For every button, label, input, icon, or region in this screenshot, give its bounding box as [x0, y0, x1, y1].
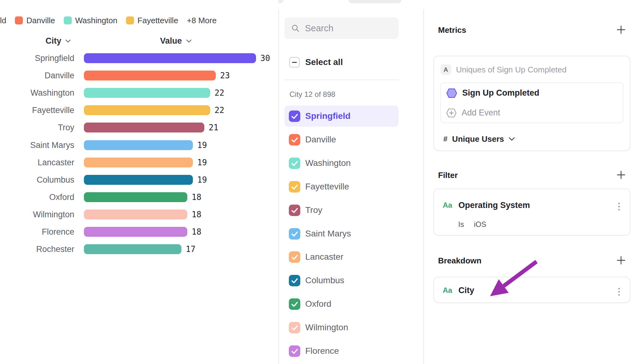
- bar-category-label: Oxford: [0, 193, 74, 202]
- checkbox-checked[interactable]: [289, 134, 300, 145]
- city-list-item[interactable]: Springfield: [285, 106, 398, 127]
- bar-value-label: 19: [197, 141, 207, 150]
- event-name-label: Sign Up Completed: [462, 88, 539, 98]
- bar-value-label: 21: [209, 123, 218, 132]
- breakdown-card: Aa City: [433, 277, 630, 303]
- city-list-item[interactable]: Saint Marys: [285, 223, 398, 244]
- checkbox-checked[interactable]: [289, 345, 300, 357]
- bar-category-label: Rochester: [0, 245, 74, 254]
- breakdown-property-label: City: [459, 286, 474, 295]
- metric-summary-label: Uniques of Sign Up Completed: [456, 65, 567, 75]
- bar-value-label: 18: [192, 227, 201, 236]
- city-label: Saint Marys: [305, 229, 351, 239]
- metrics-section-title: Metrics: [438, 25, 466, 35]
- checkbox-checked[interactable]: [289, 110, 300, 122]
- city-list-item[interactable]: Fayetteville: [285, 176, 398, 197]
- property-type-badge: Aa: [443, 286, 452, 295]
- city-list-item[interactable]: Florence: [285, 340, 398, 362]
- bar-value-label: 30: [260, 54, 270, 63]
- checkbox-checked[interactable]: [289, 298, 300, 310]
- bar-value-label: 22: [215, 88, 224, 98]
- checkmark-icon: [289, 251, 300, 263]
- bar-category-label: Danville: [0, 71, 74, 80]
- add-breakdown-button[interactable]: [615, 254, 628, 267]
- add-filter-button[interactable]: [615, 168, 628, 181]
- property-type-badge: Aa: [443, 201, 452, 210]
- chart-row: Washington22: [0, 88, 278, 98]
- city-list-item[interactable]: Oxford: [285, 293, 398, 314]
- checkbox-checked[interactable]: [289, 322, 300, 333]
- breakdown-section-title: Breakdown: [438, 256, 481, 266]
- bar: [84, 175, 193, 185]
- chart-row: Florence18: [0, 227, 278, 237]
- filter-card: Aa Operating System Is iOS: [433, 188, 630, 236]
- city-list-item[interactable]: Lancaster: [285, 246, 398, 267]
- city-list-item[interactable]: Danville: [285, 129, 398, 150]
- checkbox-checked[interactable]: [289, 251, 300, 263]
- city-list-item[interactable]: Wilmington: [285, 317, 398, 338]
- add-event-row[interactable]: Add Event: [446, 103, 619, 123]
- city-list-item[interactable]: Washington: [285, 153, 398, 174]
- plus-icon: [616, 255, 626, 265]
- checkbox-checked[interactable]: [289, 275, 300, 286]
- checkmark-icon: [289, 322, 300, 333]
- city-label: Danville: [305, 135, 336, 145]
- bar: [84, 227, 187, 237]
- bar-category-label: Washington: [0, 88, 74, 98]
- bar: [84, 53, 256, 63]
- filter-section-title: Filter: [438, 171, 458, 180]
- checkmark-icon: [289, 181, 300, 193]
- bar: [84, 192, 187, 202]
- measure-dropdown[interactable]: # Unique Users: [443, 133, 515, 145]
- bar: [84, 210, 187, 219]
- filter-condition-row[interactable]: Is iOS: [458, 219, 486, 229]
- bar: [84, 244, 181, 254]
- filter-property-row[interactable]: Aa Operating System: [443, 198, 530, 212]
- checkmark-icon: [289, 228, 300, 240]
- checkmark-icon: [289, 275, 300, 286]
- bar: [84, 71, 216, 80]
- bar-value-label: 23: [220, 71, 230, 80]
- checkbox-checked[interactable]: [289, 181, 300, 193]
- bar-value-label: 19: [197, 158, 207, 167]
- city-label: Troy: [305, 205, 322, 215]
- city-list-item[interactable]: Troy: [285, 200, 398, 221]
- chart-row: Danville23: [0, 71, 278, 80]
- chart-row: Lancaster19: [0, 158, 278, 167]
- city-list-item[interactable]: Columbus: [285, 270, 398, 291]
- bar-value-label: 18: [192, 193, 201, 202]
- metric-letter-badge: A: [441, 64, 451, 75]
- bar: [84, 158, 193, 167]
- city-label: Columbus: [305, 275, 344, 285]
- filter-operator-label: Is: [458, 220, 464, 229]
- metric-card: A Uniques of Sign Up Completed Sign Up C…: [433, 56, 630, 151]
- bar-category-label: Lancaster: [0, 158, 74, 167]
- kebab-icon[interactable]: [616, 201, 622, 212]
- city-label: Fayetteville: [305, 182, 349, 192]
- event-row[interactable]: Sign Up Completed: [446, 83, 619, 103]
- bar: [84, 105, 210, 115]
- checkmark-icon: [289, 298, 300, 310]
- city-list-panel: Select all City 12 of 898 SpringfieldDan…: [278, 9, 424, 364]
- chevron-down-icon: [509, 137, 515, 141]
- checkbox-checked[interactable]: [289, 228, 300, 240]
- bar: [84, 140, 193, 150]
- bar-value-label: 18: [192, 210, 201, 219]
- top-tab-fragment: [349, 0, 401, 3]
- city-label: Oxford: [305, 299, 331, 309]
- hexagon-icon: [446, 88, 458, 98]
- checkmark-icon: [289, 110, 300, 122]
- event-block: Sign Up Completed Add Event: [440, 82, 624, 123]
- checkbox-checked[interactable]: [289, 205, 300, 216]
- add-metric-button[interactable]: [615, 23, 628, 36]
- city-label: Wilmington: [305, 323, 348, 332]
- bar-value-label: 22: [215, 106, 224, 115]
- hash-icon: #: [443, 135, 447, 143]
- breakdown-property-row[interactable]: Aa City: [443, 284, 474, 297]
- add-event-label: Add Event: [462, 108, 500, 118]
- chart-row: Rochester17: [0, 244, 278, 254]
- bar-chart-panel: ld DanvilleWashingtonFayetteville+8 More…: [0, 0, 278, 364]
- checkbox-checked[interactable]: [289, 158, 300, 169]
- kebab-icon[interactable]: [616, 286, 622, 297]
- metric-summary-row: A Uniques of Sign Up Completed: [441, 64, 567, 75]
